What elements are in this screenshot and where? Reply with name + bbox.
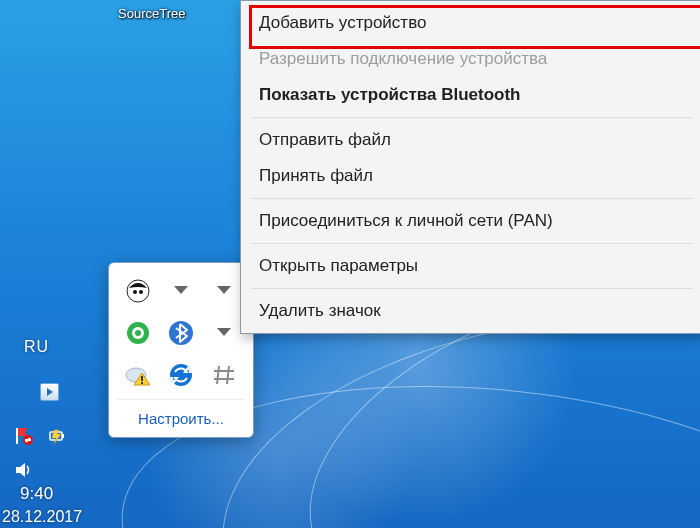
chevron-down-icon[interactable]: [167, 277, 195, 305]
svg-rect-6: [62, 434, 64, 438]
bluetooth-context-menu: Добавить устройствоРазрешить подключение…: [240, 0, 700, 334]
tray-overflow-grid: [113, 273, 249, 399]
svg-marker-10: [174, 286, 188, 294]
cloud-warning-icon[interactable]: [124, 361, 152, 389]
app-icon-pirate[interactable]: [124, 277, 152, 305]
menu-separator: [251, 243, 693, 244]
tray-overflow-popup: Настроить...: [108, 262, 254, 438]
svg-rect-20: [141, 382, 143, 384]
menu-separator: [251, 198, 693, 199]
svg-marker-11: [217, 286, 231, 294]
desktop-stage: SourceTree RU: [0, 0, 700, 528]
menu-item-receive-file[interactable]: Принять файл: [243, 158, 700, 194]
svg-marker-16: [217, 328, 231, 336]
bluetooth-icon[interactable]: [167, 319, 195, 347]
sync-icon[interactable]: [167, 361, 195, 389]
svg-point-8: [133, 290, 137, 294]
volume-icon[interactable]: [14, 460, 34, 483]
svg-point-14: [135, 330, 141, 336]
svg-point-9: [139, 290, 143, 294]
taskbar-clock[interactable]: 9:40: [20, 484, 53, 504]
menu-item-allow-connect: Разрешить подключение устройства: [243, 41, 700, 77]
menu-item-join-pan[interactable]: Присоединиться к личной сети (PAN): [243, 203, 700, 239]
svg-marker-0: [47, 388, 53, 396]
chevron-down-icon[interactable]: [210, 319, 238, 347]
menu-item-show-devices[interactable]: Показать устройства Bluetooth: [243, 77, 700, 113]
media-play-icon[interactable]: [40, 383, 59, 401]
taskbar-date[interactable]: 28.12.2017: [2, 508, 82, 526]
svg-rect-1: [16, 428, 18, 444]
menu-item-send-file[interactable]: Отправить файл: [243, 122, 700, 158]
security-360-icon[interactable]: [124, 319, 152, 347]
tray-icons-row: [14, 426, 68, 446]
flag-alert-icon[interactable]: [14, 426, 34, 446]
settings-hash-icon[interactable]: [210, 361, 238, 389]
menu-item-add-device[interactable]: Добавить устройство: [243, 5, 700, 41]
menu-item-remove-icon[interactable]: Удалить значок: [243, 293, 700, 329]
tray-customize-link[interactable]: Настроить...: [113, 400, 249, 437]
input-language-indicator[interactable]: RU: [24, 338, 49, 356]
chevron-down-icon[interactable]: [210, 277, 238, 305]
desktop-shortcut-label[interactable]: SourceTree: [118, 6, 185, 21]
power-icon[interactable]: [48, 426, 68, 446]
menu-separator: [251, 288, 693, 289]
menu-item-open-settings[interactable]: Открыть параметры: [243, 248, 700, 284]
menu-separator: [251, 117, 693, 118]
svg-rect-19: [141, 376, 143, 381]
